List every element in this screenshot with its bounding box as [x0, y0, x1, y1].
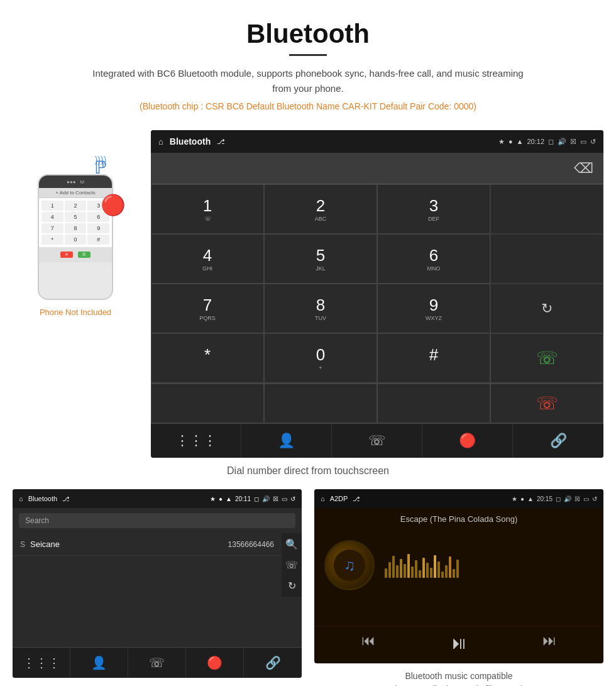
music-close-icon: ☒	[575, 495, 580, 502]
page-title: Bluetooth	[13, 19, 603, 49]
side-phone-icon[interactable]: ☏	[285, 559, 298, 571]
dial-display: ⌫	[151, 153, 603, 184]
play-pause-button[interactable]: ⏯	[450, 633, 468, 653]
caption-right-text: Bluetooth music compatible(Support displ…	[394, 671, 524, 686]
search-input[interactable]: Search	[19, 513, 295, 528]
eq-bar-4	[396, 565, 399, 578]
eq-bar-5	[400, 559, 402, 578]
dial-key-5[interactable]: 5JKL	[264, 234, 377, 284]
contacts-loc-icon: ●	[219, 495, 223, 502]
eq-bar-6	[404, 564, 406, 578]
dial-key-empty-1	[490, 184, 603, 234]
eq-bar-19	[453, 569, 455, 578]
dial-phone-button[interactable]: ☏	[332, 424, 422, 458]
contacts-body: S Seicane 13566664466 🔍 ☏ ↻	[13, 533, 302, 597]
dial-status-bar: ⌂ Bluetooth ⎇ ★ ● ▲ 20:12 ◻ 🔊 ☒ ▭ ↺	[151, 130, 603, 153]
dial-key-8[interactable]: 8TUV	[264, 284, 377, 333]
contacts-title: Bluetooth	[28, 495, 57, 502]
music-usb-icon: ⎇	[353, 495, 360, 502]
phone-key-9: 9	[87, 223, 109, 233]
contacts-panel: ⌂ Bluetooth ⎇ ★ ● ▲ 20:11 ◻ 🔊 ☒ ▭ ↺	[13, 489, 302, 686]
contact-name: Seicane	[30, 539, 228, 549]
status-icons: ★ ● ▲ 20:12 ◻ 🔊 ☒ ▭ ↺	[498, 138, 596, 146]
music-vol-icon: 🔊	[564, 495, 571, 502]
album-art-inner: ♫	[334, 550, 365, 581]
eq-bar-13	[430, 568, 432, 578]
dial-link-button[interactable]: 🔗	[513, 424, 603, 458]
camera-icon: ◻	[548, 138, 554, 146]
dial-extra-row: ☏	[151, 383, 603, 423]
contacts-cam-icon: ◻	[254, 495, 259, 502]
header-description: Integrated with BC6 Bluetooth module, su…	[88, 66, 528, 96]
eq-bar-15	[437, 562, 440, 578]
dial-key-4[interactable]: 4GHI	[151, 234, 264, 284]
music-controls: ⏮ ⏯ ⏭	[314, 626, 603, 663]
eq-bar-14	[434, 555, 436, 578]
music-status-bar: ⌂ A2DP ⎇ ★ ● ▲ 20:15 ◻ 🔊 ☒ ▭ ↺	[314, 489, 603, 508]
dial-grid: 1☏ 2ABC 3DEF 4GHI 5JKL 6MNO 7PQRS 8TUV 9…	[151, 184, 603, 383]
phone-key-4: 4	[41, 212, 63, 222]
eq-bar-7	[407, 554, 410, 578]
caption-main: Dial number direct from touchscreen	[0, 458, 616, 489]
eq-bar-12	[426, 563, 429, 578]
dial-bluetooth-button[interactable]: 🔴	[422, 424, 513, 458]
eq-bar-10	[419, 570, 421, 578]
dial-key-refresh[interactable]: ↻	[490, 284, 603, 333]
contacts-bottom-bar: ⋮⋮⋮ 👤 ☏ 🔴 🔗	[13, 647, 302, 678]
phone-key-7: 7	[41, 223, 63, 233]
dial-apps-button[interactable]: ⋮⋮⋮	[151, 424, 241, 458]
dial-key-hangup[interactable]: ☏	[490, 384, 603, 423]
music-sig-icon: ▲	[527, 495, 534, 502]
contacts-empty-space	[13, 597, 302, 647]
backspace-button[interactable]: ⌫	[574, 160, 593, 177]
music-time: 20:15	[537, 495, 553, 502]
dial-key-hash[interactable]: #	[377, 333, 490, 383]
contact-row: S Seicane 13566664466	[13, 533, 282, 556]
phone-key-0: 0	[65, 235, 87, 245]
phone-key-2: 2	[65, 201, 87, 211]
music-body: ♫	[314, 530, 603, 600]
contacts-screen: ⌂ Bluetooth ⎇ ★ ● ▲ 20:11 ◻ 🔊 ☒ ▭ ↺	[13, 489, 302, 678]
dial-key-0[interactable]: 0+	[264, 333, 377, 383]
phone-key-1: 1	[41, 201, 63, 211]
dial-usb-icon: ⎇	[217, 138, 225, 146]
close-icon: ☒	[570, 138, 576, 146]
left-side: )))) ℙ ●●● M + Add to Contacts 1 2 3 4 5…	[13, 130, 138, 317]
dial-key-2[interactable]: 2ABC	[264, 184, 377, 234]
eq-bar-3	[392, 556, 395, 578]
eq-bar-11	[422, 558, 425, 578]
eq-bar-20	[456, 560, 459, 578]
dial-key-3[interactable]: 3DEF	[377, 184, 490, 234]
contact-number: 13566664466	[228, 540, 274, 549]
side-search-icon[interactable]: 🔍	[285, 538, 298, 550]
location-icon: ●	[509, 138, 513, 145]
contact-letter: S	[20, 540, 25, 549]
album-art: ♫	[324, 540, 375, 590]
dial-contacts-button[interactable]: 👤	[241, 424, 332, 458]
dial-key-9[interactable]: 9WXYZ	[377, 284, 490, 333]
dial-key-6[interactable]: 6MNO	[377, 234, 490, 284]
volume-icon: 🔊	[558, 138, 566, 146]
music-home-icon: ⌂	[321, 495, 325, 502]
dial-key-call[interactable]: ☏	[490, 333, 603, 383]
contacts-phone-btn[interactable]: ☏	[128, 648, 186, 678]
contacts-search-area: Search	[13, 508, 302, 533]
phone-not-included-label: Phone Not Included	[13, 307, 138, 317]
contacts-person-btn[interactable]: 👤	[70, 648, 128, 678]
contacts-bluetooth-btn[interactable]: 🔴	[186, 648, 244, 678]
window-icon: ▭	[580, 138, 586, 146]
prev-button[interactable]: ⏮	[361, 633, 375, 653]
phone-key-5: 5	[65, 212, 87, 222]
dial-key-star[interactable]: *	[151, 333, 264, 383]
dial-key-7[interactable]: 7PQRS	[151, 284, 264, 333]
dial-key-1[interactable]: 1☏	[151, 184, 264, 234]
music-bt-icon: ★	[512, 495, 517, 502]
contacts-apps-btn[interactable]: ⋮⋮⋮	[13, 648, 70, 678]
dial-key-empty-bottom2	[264, 384, 377, 423]
eq-bar-8	[411, 567, 414, 578]
next-button[interactable]: ⏭	[542, 633, 556, 653]
side-refresh-icon[interactable]: ↻	[285, 580, 298, 592]
contacts-link-btn[interactable]: 🔗	[244, 648, 302, 678]
contacts-home-icon: ⌂	[19, 495, 23, 502]
equalizer-area	[385, 553, 593, 578]
